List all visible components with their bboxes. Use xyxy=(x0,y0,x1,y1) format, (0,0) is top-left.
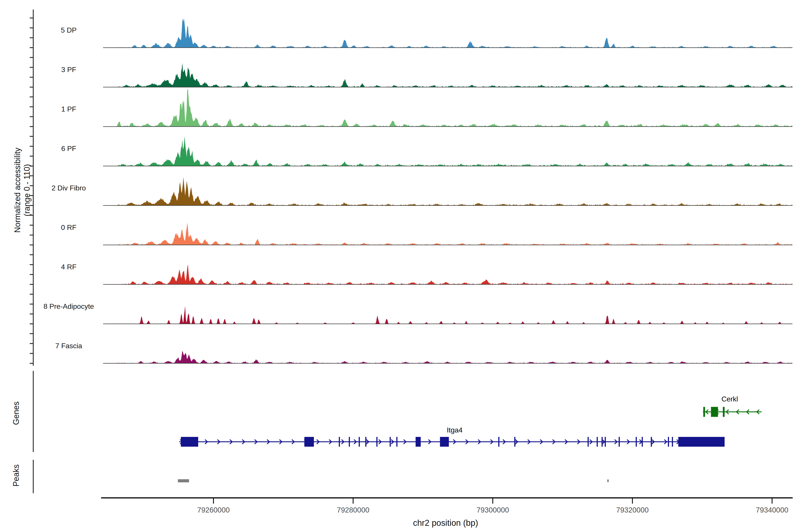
x-tick-label: 79300000 xyxy=(477,506,509,514)
genome-browser-canvas xyxy=(0,0,798,532)
track-label: 0 RF xyxy=(18,224,120,232)
track-label: 6 PF xyxy=(18,145,120,153)
x-tick-label: 79320000 xyxy=(616,506,649,514)
track-label: 1 PF xyxy=(18,105,120,113)
track-label: 4 RF xyxy=(18,263,120,271)
gene-name-cerkl: Cerkl xyxy=(722,395,738,403)
gene-name-itga4: Itga4 xyxy=(446,426,462,434)
peaks-section-label: Peaks xyxy=(12,442,20,509)
track-label: 8 Pre-Adipocyte xyxy=(18,302,120,310)
x-axis-title: chr2 position (bp) xyxy=(413,518,478,528)
track-label: 3 PF xyxy=(18,65,120,74)
track-label: 7 Fascia xyxy=(18,342,120,350)
genes-section-label: Genes xyxy=(12,380,20,446)
x-tick-label: 79340000 xyxy=(756,506,788,514)
x-tick-label: 79260000 xyxy=(197,506,230,514)
track-label: 5 DP xyxy=(18,26,120,34)
track-label: 2 Div Fibro xyxy=(18,184,120,192)
x-tick-label: 79280000 xyxy=(337,506,369,514)
